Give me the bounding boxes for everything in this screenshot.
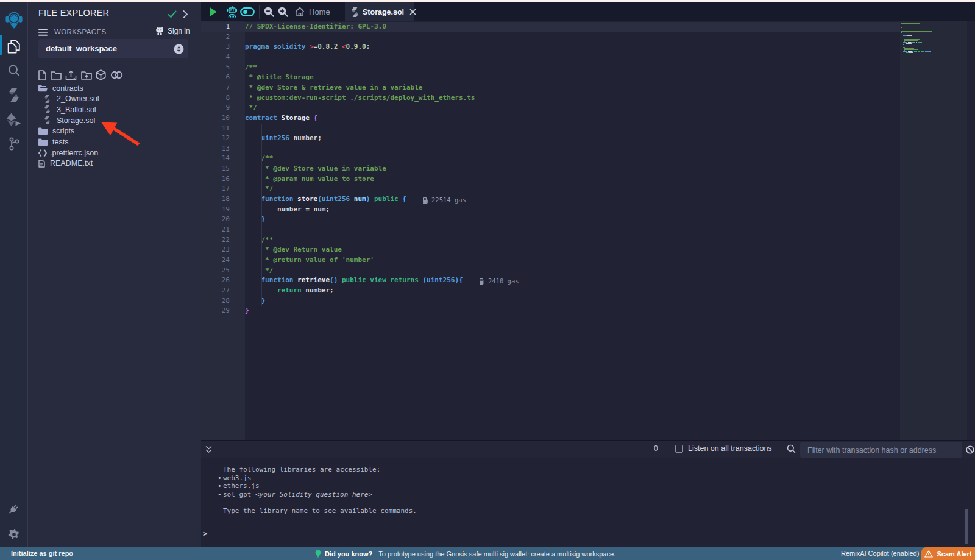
line-number: 21 [201,225,230,235]
minimap-line [901,23,921,24]
line-number: 9 [201,103,230,113]
solidity-compiler-icon[interactable] [0,88,27,102]
line-number: 11 [201,124,230,134]
line-number: 2 [201,32,230,43]
upload-folder-icon[interactable] [81,71,92,80]
terminal-link[interactable]: web3.js [223,474,251,482]
minimap-line [901,34,906,34]
clear-console-icon[interactable] [966,445,974,454]
terminal-link[interactable]: ethers.js [223,482,260,490]
minimap-line [904,48,914,49]
git-icon[interactable] [0,136,27,151]
toolbar-separator [222,5,222,19]
minimap-line [905,26,909,26]
minimap-line [930,51,931,52]
terminal-prompt: > [203,530,207,538]
code-line-17: */ [245,184,273,194]
workspace-ok-check-icon [168,10,177,18]
file-explorer-toolbar [38,68,123,82]
minimap-line [921,51,924,52]
minimap-line [904,50,905,51]
bullet: • [218,482,222,490]
minimap-line [918,26,918,26]
doc-icon [38,160,45,168]
terminal-scrollbar[interactable] [965,509,968,544]
new-file-icon[interactable] [38,70,46,80]
tree-item-2-owner-sol[interactable]: 2_Owner.sol [28,93,201,104]
file-explorer-panel: FILE EXPLORER WORKSPACES Sign in default… [28,2,201,547]
minimap-line [918,42,921,43]
tree-item-readme-txt[interactable]: README.txt [28,158,201,169]
tab-close-icon[interactable] [410,9,416,15]
minimap-line [901,32,902,33]
workspace-select[interactable]: default_workspace [38,39,188,58]
git-init-button[interactable]: Initialize as git repo [11,550,73,557]
tree-item-tests[interactable]: tests [28,136,201,147]
tree-item-storage-sol[interactable]: Storage.sol [28,115,201,126]
line-number: 15 [201,164,230,174]
minimap-line [901,30,925,30]
minimap-line [907,35,911,36]
listen-checkbox[interactable] [675,445,683,453]
minimap-line [923,42,923,43]
remix-logo-icon[interactable] [0,10,27,30]
line-number: 1 [201,22,230,32]
upload-file-icon[interactable] [65,70,77,80]
line-number: 7 [201,83,230,93]
tree-item-3-ballot-sol[interactable]: 3_Ballot.sol [28,104,201,115]
solidity-icon [44,95,50,103]
tree-item-contracts[interactable]: contracts [28,83,201,94]
transaction-filter-input[interactable]: Filter with transaction hash or address [800,442,962,458]
workspace-selected-value: default_workspace [46,44,117,53]
code-line-27: return number; [245,286,334,296]
line-number: 17 [201,184,230,194]
line-number: 27 [201,286,230,296]
code-line-10: contract Storage { [245,113,317,124]
file-explorer-icon[interactable] [0,40,27,54]
line-number: 23 [201,245,230,255]
deploy-run-icon[interactable] [0,113,27,127]
minimap-line [901,26,904,26]
terminal-expand-icon[interactable] [205,445,213,454]
copilot-status[interactable]: RemixAI Copilot (enabled) [841,550,919,557]
scam-alert-button[interactable]: Scam Alert [921,547,975,560]
run-script-icon[interactable] [209,7,218,17]
code-line-24: * @return value of 'number' [245,255,374,266]
minimap-line [906,34,910,34]
line-number: 18 [201,194,230,205]
minimap-line [909,52,913,53]
warning-icon [924,550,933,558]
workspace-select-arrows-icon [174,44,184,54]
code-line-7: * @dev Store & retrieve value in a varia… [245,83,422,93]
code-line-8: * @custom:dev-run-script ./scripts/deplo… [245,93,475,104]
tab-storage-sol[interactable]: Storage.sol [345,2,414,21]
plugin-manager-icon[interactable] [0,502,27,516]
ipfs-cube-icon[interactable] [96,69,106,80]
bullet: • [218,491,222,498]
tree-item-label: .prettierrc.json [50,149,98,157]
code-line-6: * @title Storage [245,73,314,83]
terminal-output[interactable]: The following libraries are accessible:•… [201,458,975,547]
line-number: 14 [201,154,230,164]
line-number: 25 [201,266,230,276]
minimap-line [912,51,913,52]
sign-in-button[interactable]: Sign in [155,27,190,35]
search-icon[interactable] [0,64,27,77]
tip-text: To prototype using the Gnosis safe multi… [378,550,615,558]
tab-home-label: Home [309,7,330,16]
tree-item-scripts[interactable]: scripts [28,126,201,136]
link-icon[interactable] [110,70,123,80]
line-number: 8 [201,93,230,104]
editor-minimap[interactable] [900,21,967,440]
tab-home[interactable]: Home [290,2,335,21]
new-folder-icon[interactable] [51,71,62,80]
tree-item--prettierrc-json[interactable]: .prettierrc.json [28,147,201,158]
folder-icon [38,138,48,146]
ai-toggle-icon[interactable] [240,7,255,16]
settings-gear-icon[interactable] [0,528,27,541]
panel-collapse-chevron-icon[interactable] [182,10,188,19]
zoom-out-icon[interactable] [264,7,274,17]
workspaces-menu-icon[interactable] [38,29,48,36]
ai-robot-icon[interactable] [227,6,238,18]
zoom-in-icon[interactable] [278,7,288,17]
